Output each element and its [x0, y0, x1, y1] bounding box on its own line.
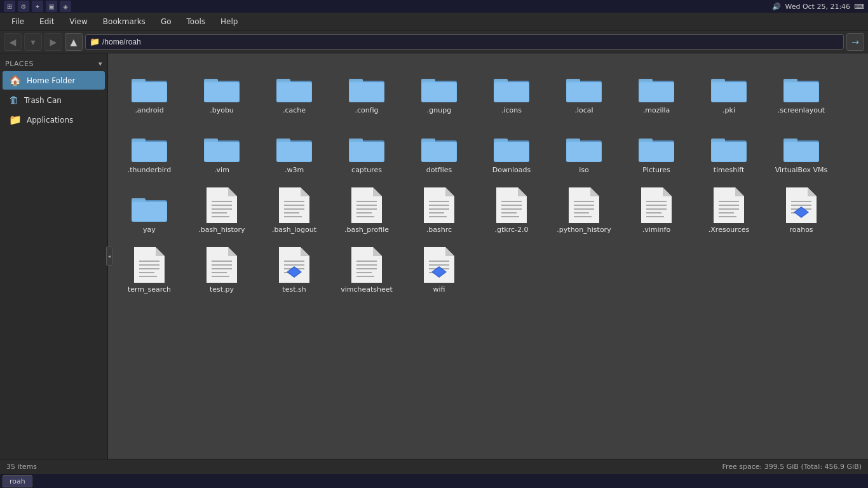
- menu-tools[interactable]: Tools: [180, 15, 212, 28]
- svg-marker-141: [808, 187, 817, 196]
- folder-icon: [420, 133, 458, 163]
- clock: Wed Oct 25, 21:46: [785, 3, 850, 11]
- toolbar: ◀ ▾ ▶ ▲ 📁 →: [0, 30, 868, 53]
- sidebar-item-applications[interactable]: 📁 Applications: [3, 111, 105, 129]
- file-item[interactable]: roahos: [766, 179, 836, 236]
- file-item[interactable]: .viminfo: [621, 179, 691, 236]
- file-item[interactable]: .python_history: [549, 179, 619, 236]
- sidebar-collapse-button[interactable]: ◂: [106, 247, 112, 266]
- file-item-label: Pictures: [642, 166, 670, 174]
- menu-go[interactable]: Go: [154, 15, 178, 28]
- file-item[interactable]: .w3m: [259, 119, 329, 177]
- folder-icon: [203, 73, 241, 104]
- sidebar-item-trash[interactable]: 🗑 Trash Can: [3, 91, 105, 109]
- svg-rect-63: [494, 142, 529, 161]
- file-item-label: .thunderbird: [128, 166, 171, 174]
- folder-icon: [130, 133, 168, 163]
- svg-rect-79: [784, 142, 818, 161]
- text-file-icon: [424, 187, 454, 223]
- file-item[interactable]: .thunderbird: [114, 119, 184, 177]
- file-item-label: .mozilla: [643, 106, 670, 114]
- tray-icon-2[interactable]: ⚙: [18, 1, 29, 12]
- script-file-icon: [786, 187, 817, 223]
- folder-icon: [420, 73, 458, 104]
- file-item[interactable]: term_search: [114, 239, 184, 296]
- text-file-icon: [279, 187, 309, 223]
- menu-edit[interactable]: Edit: [33, 15, 60, 28]
- menu-file[interactable]: File: [5, 15, 31, 28]
- file-item[interactable]: .Xresources: [694, 179, 764, 236]
- go-button[interactable]: →: [846, 33, 864, 51]
- file-item-label: .bash_profile: [344, 226, 389, 234]
- up-button[interactable]: ▲: [65, 33, 83, 51]
- file-item[interactable]: vimcheatsheet: [332, 239, 402, 296]
- svg-rect-11: [277, 83, 311, 102]
- file-item[interactable]: dotfiles: [404, 119, 474, 177]
- file-item-label: yay: [143, 226, 156, 234]
- back-down-button[interactable]: ▾: [24, 33, 42, 51]
- file-item[interactable]: .screenlayout: [766, 60, 836, 117]
- file-item[interactable]: wifi: [404, 239, 474, 296]
- svg-marker-85: [228, 187, 237, 196]
- menu-help[interactable]: Help: [214, 15, 244, 28]
- file-item-label: VirtualBox VMs: [775, 166, 828, 174]
- file-item[interactable]: .mozilla: [621, 60, 691, 117]
- file-item[interactable]: .bash_history: [187, 179, 257, 236]
- back-button[interactable]: ◀: [4, 33, 22, 51]
- file-item[interactable]: yay: [114, 179, 184, 236]
- svg-rect-27: [567, 83, 601, 102]
- file-item[interactable]: .pki: [694, 60, 764, 117]
- file-item[interactable]: .gtkrc-2.0: [477, 179, 546, 236]
- text-file-icon: [641, 187, 672, 223]
- file-item[interactable]: Downloads: [477, 119, 546, 177]
- tray-icon-5[interactable]: ◈: [60, 1, 71, 12]
- tray-icon-4[interactable]: ▣: [46, 1, 57, 12]
- forward-button[interactable]: ▶: [44, 33, 62, 51]
- tray-right-icons: 🔊 Wed Oct 25, 21:46 ⌨: [772, 3, 864, 11]
- svg-rect-71: [639, 142, 674, 161]
- volume-icon[interactable]: 🔊: [772, 3, 781, 11]
- file-item[interactable]: .android: [114, 60, 184, 117]
- svg-marker-99: [373, 187, 382, 196]
- keyboard-icon: ⌨: [854, 3, 864, 11]
- address-input[interactable]: [102, 37, 839, 46]
- file-item[interactable]: .bashrc: [404, 179, 474, 236]
- taskbar-item-roah[interactable]: roah: [3, 475, 32, 487]
- file-item[interactable]: test.sh: [259, 239, 329, 296]
- file-item[interactable]: test.py: [187, 239, 257, 296]
- tray-icon-1[interactable]: ⊞: [4, 1, 15, 12]
- folder-icon: [275, 133, 313, 163]
- items-count: 35 items: [6, 463, 37, 471]
- taskbar: roah: [0, 474, 868, 488]
- script-file-icon: [424, 247, 454, 283]
- file-item[interactable]: iso: [549, 119, 619, 177]
- file-item[interactable]: .cache: [259, 60, 329, 117]
- svg-rect-39: [784, 83, 818, 102]
- file-item[interactable]: .gnupg: [404, 60, 474, 117]
- file-item[interactable]: Pictures: [621, 119, 691, 177]
- tray-icon-3[interactable]: ✦: [32, 1, 43, 12]
- svg-rect-3: [132, 83, 166, 102]
- text-file-icon: [569, 187, 599, 223]
- file-item[interactable]: .local: [549, 60, 619, 117]
- sidebar-header: Places ▾: [0, 58, 107, 71]
- file-item[interactable]: .vim: [187, 119, 257, 177]
- file-item[interactable]: .byobu: [187, 60, 257, 117]
- file-item[interactable]: .bash_logout: [259, 179, 329, 236]
- svg-rect-83: [132, 202, 166, 221]
- free-space: Free space: 399.5 GiB (Total: 456.9 GiB): [722, 463, 862, 471]
- file-item[interactable]: .bash_profile: [332, 179, 402, 236]
- file-item[interactable]: captures: [332, 119, 402, 177]
- file-item-label: wifi: [433, 285, 445, 294]
- folder-icon: [203, 133, 241, 163]
- file-item[interactable]: VirtualBox VMs: [766, 119, 836, 177]
- svg-rect-15: [349, 83, 384, 102]
- menu-view[interactable]: View: [63, 15, 93, 28]
- file-item-label: dotfiles: [426, 166, 452, 174]
- file-item[interactable]: timeshift: [694, 119, 764, 177]
- file-item[interactable]: .icons: [477, 60, 546, 117]
- menu-bookmarks[interactable]: Bookmarks: [97, 15, 152, 28]
- sidebar-item-home[interactable]: 🏠 Home Folder: [3, 71, 105, 90]
- file-item[interactable]: .config: [332, 60, 402, 117]
- sidebar-dropdown-icon[interactable]: ▾: [98, 60, 102, 68]
